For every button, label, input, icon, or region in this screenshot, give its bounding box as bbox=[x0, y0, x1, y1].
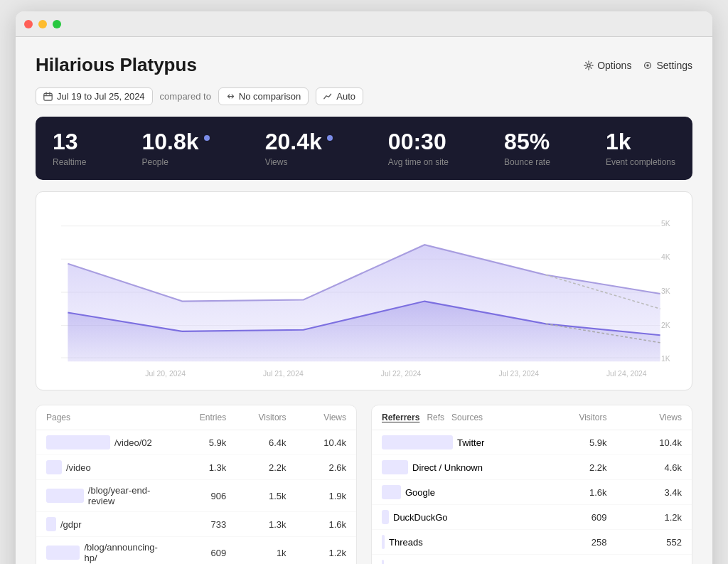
col-header-visitors: Visitors bbox=[226, 413, 286, 422]
referrer-name: Threads bbox=[389, 537, 423, 548]
page-name: /gdpr bbox=[60, 519, 82, 530]
date-bar: Jul 19 to Jul 25, 2024 compared to No co… bbox=[36, 87, 692, 105]
col-header-ref-views: Views bbox=[607, 413, 682, 422]
stat-bounce-value: 85% bbox=[504, 129, 550, 154]
referrer-name: Google bbox=[405, 487, 435, 498]
chart-container: 1K 2K 3K 4K 5K bbox=[36, 191, 692, 390]
page-title: Hilarious Platypus bbox=[36, 54, 197, 76]
pages-table-body: /video/02 5.9k 6.4k 10.4k /video 1.3k 2 bbox=[36, 430, 356, 564]
svg-point-0 bbox=[587, 63, 590, 66]
page-bar bbox=[46, 546, 80, 560]
referrer-name: Twitter bbox=[457, 437, 484, 448]
svg-point-2 bbox=[647, 64, 650, 67]
entries-cell: 906 bbox=[166, 491, 226, 501]
page-cell: /blog/year-end-review bbox=[46, 485, 166, 506]
ref-views-cell: 10.4k bbox=[607, 437, 682, 448]
ref-name-cell: Reddit bbox=[382, 560, 532, 564]
stat-realtime-label: Realtime bbox=[53, 157, 86, 167]
referrer-tabs: Referrers Refs Sources bbox=[382, 413, 532, 422]
page-cell: /video bbox=[46, 460, 166, 474]
stats-bar: 13 Realtime 10.8k People 20.4k Views 00:… bbox=[36, 117, 692, 180]
table-row[interactable]: /blog/year-end-review 906 1.5k 1.9k bbox=[36, 480, 356, 512]
table-row[interactable]: /video/02 5.9k 6.4k 10.4k bbox=[36, 430, 356, 455]
visitors-cell: 2.2k bbox=[226, 462, 286, 473]
page-name: /blog/announcing-hp/ bbox=[84, 542, 166, 563]
table-row[interactable]: Twitter 5.9k 10.4k bbox=[372, 430, 692, 455]
stat-avg-time-value: 00:30 bbox=[388, 129, 449, 154]
settings-icon bbox=[643, 60, 653, 70]
table-row[interactable]: Google 1.6k 3.4k bbox=[372, 480, 692, 505]
stat-avg-time-label: Avg time on site bbox=[388, 157, 449, 167]
ref-name-cell: Direct / Unknown bbox=[382, 460, 532, 474]
col-header-ref-visitors: Visitors bbox=[532, 413, 607, 422]
referrers-table: Referrers Refs Sources Visitors Views Tw… bbox=[371, 405, 692, 564]
page-header: Hilarious Platypus Options Settings bbox=[36, 54, 692, 76]
auto-picker[interactable]: Auto bbox=[316, 87, 363, 105]
referrer-name: Direct / Unknown bbox=[412, 462, 483, 473]
referrers-table-body: Twitter 5.9k 10.4k Direct / Unknown 2.2k… bbox=[372, 430, 692, 564]
ref-views-cell: 552 bbox=[607, 537, 682, 548]
svg-text:Jul 20, 2024: Jul 20, 2024 bbox=[145, 369, 186, 378]
ref-bar bbox=[382, 535, 385, 549]
page-bar bbox=[46, 460, 62, 474]
page-bar bbox=[46, 435, 110, 449]
stat-people: 10.8k People bbox=[141, 129, 209, 167]
svg-text:3K: 3K bbox=[661, 287, 670, 296]
table-row[interactable]: /video 1.3k 2.2k 2.6k bbox=[36, 455, 356, 480]
no-comparison-picker[interactable]: No comparison bbox=[218, 87, 309, 105]
svg-rect-3 bbox=[44, 93, 52, 100]
tab-sources[interactable]: Sources bbox=[451, 413, 483, 422]
col-header-views: Views bbox=[287, 413, 346, 422]
svg-text:4K: 4K bbox=[661, 252, 670, 262]
table-row[interactable]: DuckDuckGo 609 1.2k bbox=[372, 505, 692, 530]
no-comparison-label: No comparison bbox=[239, 91, 301, 102]
settings-button[interactable]: Settings bbox=[643, 60, 692, 71]
tab-refs[interactable]: Refs bbox=[427, 413, 444, 422]
page-name: /blog/year-end-review bbox=[88, 485, 166, 506]
close-button[interactable] bbox=[24, 20, 33, 28]
compare-icon bbox=[226, 92, 235, 101]
table-row[interactable]: Threads 258 552 bbox=[372, 530, 692, 555]
tab-referrers[interactable]: Referrers bbox=[382, 413, 419, 422]
date-range-picker[interactable]: Jul 19 to Jul 25, 2024 bbox=[36, 87, 153, 105]
calendar-icon bbox=[43, 92, 53, 101]
table-row[interactable]: /gdpr 733 1.3k 1.6k bbox=[36, 512, 356, 537]
stat-events: 1k Event completions bbox=[606, 129, 675, 167]
people-dot bbox=[204, 135, 210, 141]
stat-people-value: 10.8k bbox=[141, 129, 209, 154]
ref-name-cell: DuckDuckGo bbox=[382, 510, 532, 524]
options-button[interactable]: Options bbox=[584, 60, 631, 71]
views-cell: 1.2k bbox=[287, 548, 346, 558]
chart-line-icon bbox=[323, 92, 333, 101]
stat-bounce-label: Bounce rate bbox=[504, 157, 550, 167]
ref-bar bbox=[382, 510, 389, 524]
ref-views-cell: 1.2k bbox=[607, 512, 682, 523]
entries-cell: 1.3k bbox=[166, 462, 226, 473]
line-chart: 1K 2K 3K 4K 5K bbox=[48, 203, 680, 384]
maximize-button[interactable] bbox=[53, 20, 61, 28]
ref-bar bbox=[382, 485, 401, 499]
views-dot bbox=[327, 135, 333, 141]
visitors-cell: 1.5k bbox=[226, 491, 286, 501]
stat-realtime-value: 13 bbox=[53, 129, 86, 154]
visitors-cell: 6.4k bbox=[226, 437, 286, 448]
ref-views-cell: 3.4k bbox=[607, 487, 682, 498]
page-name: /video/02 bbox=[114, 437, 152, 448]
page-name: /video bbox=[66, 462, 91, 473]
ref-name-cell: Google bbox=[382, 485, 532, 499]
views-cell: 1.6k bbox=[287, 519, 346, 530]
table-row[interactable]: /blog/announcing-hp/ 609 1k 1.2k bbox=[36, 537, 356, 564]
ref-views-cell: 4.6k bbox=[607, 462, 682, 473]
svg-text:Jul 24, 2024: Jul 24, 2024 bbox=[606, 369, 647, 378]
minimize-button[interactable] bbox=[38, 20, 47, 28]
stat-views-value: 20.4k bbox=[265, 129, 333, 154]
stat-bounce: 85% Bounce rate bbox=[504, 129, 550, 167]
main-window: Hilarious Platypus Options Settings bbox=[16, 11, 712, 564]
table-row[interactable]: Direct / Unknown 2.2k 4.6k bbox=[372, 455, 692, 480]
ref-name-cell: Twitter bbox=[382, 435, 532, 449]
svg-text:Jul 23, 2024: Jul 23, 2024 bbox=[498, 369, 539, 378]
page-content: Hilarious Platypus Options Settings bbox=[16, 37, 712, 564]
svg-text:Jul 21, 2024: Jul 21, 2024 bbox=[263, 369, 304, 378]
table-row[interactable]: Reddit 158 171 bbox=[372, 555, 692, 564]
ref-visitors-cell: 5.9k bbox=[532, 437, 607, 448]
